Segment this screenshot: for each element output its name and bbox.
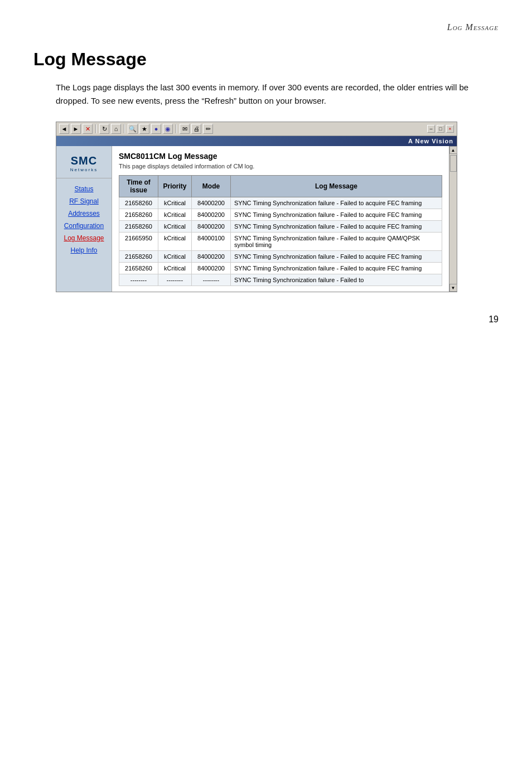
smc-logo-text: SMC xyxy=(61,154,107,167)
sidebar-item-status[interactable]: Status xyxy=(56,183,112,195)
scroll-up-arrow[interactable]: ▲ xyxy=(449,146,457,154)
scrollbar[interactable]: ▲ ▼ xyxy=(449,146,457,292)
cell-time: 21658260 xyxy=(119,221,158,233)
print-button[interactable]: 🖨 xyxy=(191,124,201,134)
table-row: 21665950kCritical84000100SYNC Timing Syn… xyxy=(119,233,442,251)
cell-message: SYNC Timing Synchronization failure - Fa… xyxy=(231,221,442,233)
sidebar-item-configuration[interactable]: Configuration xyxy=(56,220,112,232)
cell-mode: 84000100 xyxy=(192,233,231,251)
main-heading: Log Message xyxy=(33,49,499,70)
cell-priority: -------- xyxy=(158,274,192,286)
cell-time: 21665950 xyxy=(119,233,158,251)
minimize-button[interactable]: – xyxy=(427,125,435,133)
col-header-message: Log Message xyxy=(231,176,442,197)
cell-priority: kCritical xyxy=(158,233,192,251)
cell-priority: kCritical xyxy=(158,251,192,263)
back-button[interactable]: ◄ xyxy=(59,124,69,134)
sidebar-item-log-message[interactable]: Log Message xyxy=(56,232,112,244)
col-header-priority: Priority xyxy=(158,176,192,197)
close-button[interactable]: × xyxy=(446,125,454,133)
table-row: 21658260kCritical84000200SYNC Timing Syn… xyxy=(119,197,442,209)
page-number: 19 xyxy=(33,315,499,325)
toolbar-right: – □ × xyxy=(427,125,454,133)
cell-time: 21658260 xyxy=(119,251,158,263)
header-title: Log Message xyxy=(447,22,499,32)
log-table: Time of issue Priority Mode Log Message … xyxy=(119,175,442,286)
cell-mode: 84000200 xyxy=(192,263,231,274)
table-row: 21658260kCritical84000200SYNC Timing Syn… xyxy=(119,209,442,221)
content-subtitle: This page displays detailed information … xyxy=(119,163,442,170)
scroll-thumb[interactable] xyxy=(450,155,457,172)
cell-mode: 84000200 xyxy=(192,197,231,209)
header-banner: A New Vision xyxy=(56,136,457,146)
history-button[interactable]: ◉ xyxy=(163,124,173,134)
table-row: 21658260kCritical84000200SYNC Timing Syn… xyxy=(119,221,442,233)
media-button[interactable]: ● xyxy=(151,124,161,134)
sidebar-item-rf-signal[interactable]: RF Signal xyxy=(56,195,112,207)
content-title: SMC8011CM Log Message xyxy=(119,152,442,161)
main-content: SMC8011CM Log Message This page displays… xyxy=(112,146,449,292)
cell-time: 21658260 xyxy=(119,197,158,209)
sidebar-item-addresses[interactable]: Addresses xyxy=(56,207,112,220)
home-button[interactable]: ⌂ xyxy=(111,124,121,134)
cell-mode: 84000200 xyxy=(192,251,231,263)
favorites-button[interactable]: ★ xyxy=(139,124,149,134)
sidebar: SMC Networks Status RF Signal Addresses … xyxy=(56,146,112,292)
vision-text: A New Vision xyxy=(408,138,453,144)
edit-button[interactable]: ✏ xyxy=(203,124,213,134)
page-header: Log Message xyxy=(33,22,499,32)
cell-message: SYNC Timing Synchronization failure - Fa… xyxy=(231,274,442,286)
col-header-mode: Mode xyxy=(192,176,231,197)
maximize-button[interactable]: □ xyxy=(437,125,444,133)
cell-mode: 84000200 xyxy=(192,209,231,221)
cell-message: SYNC Timing Synchronization failure - Fa… xyxy=(231,251,442,263)
cell-priority: kCritical xyxy=(158,263,192,274)
toolbar-left: ◄ ► ✕ ↻ ⌂ 🔍 ★ ● ◉ ✉ 🖨 ✏ xyxy=(59,124,213,134)
forward-button[interactable]: ► xyxy=(71,124,81,134)
table-row: ------------------------SYNC Timing Sync… xyxy=(119,274,442,286)
stop-button[interactable]: ✕ xyxy=(83,124,93,134)
cell-priority: kCritical xyxy=(158,209,192,221)
cell-priority: kCritical xyxy=(158,221,192,233)
sidebar-item-help-info[interactable]: Help Info xyxy=(56,244,112,257)
content-area: SMC Networks Status RF Signal Addresses … xyxy=(56,146,457,292)
mail-button[interactable]: ✉ xyxy=(180,124,190,134)
table-row: 21658260kCritical84000200SYNC Timing Syn… xyxy=(119,263,442,274)
scroll-down-arrow[interactable]: ▼ xyxy=(449,284,457,292)
cell-message: SYNC Timing Synchronization failure - Fa… xyxy=(231,233,442,251)
table-row: 21658260kCritical84000200SYNC Timing Syn… xyxy=(119,251,442,263)
refresh-button[interactable]: ↻ xyxy=(99,124,109,134)
cell-message: SYNC Timing Synchronization failure - Fa… xyxy=(231,197,442,209)
smc-logo: SMC Networks xyxy=(56,152,112,178)
browser-toolbar: ◄ ► ✕ ↻ ⌂ 🔍 ★ ● ◉ ✉ 🖨 ✏ – □ × xyxy=(56,122,457,136)
col-header-time: Time of issue xyxy=(119,176,158,197)
toolbar-separator-1 xyxy=(95,124,96,133)
cell-time: 21658260 xyxy=(119,209,158,221)
smc-logo-subtitle: Networks xyxy=(61,167,107,172)
cell-message: SYNC Timing Synchronization failure - Fa… xyxy=(231,209,442,221)
description-text: The Logs page displays the last 300 even… xyxy=(56,81,499,108)
toolbar-separator-2 xyxy=(124,124,125,133)
cell-mode: -------- xyxy=(192,274,231,286)
browser-window: ◄ ► ✕ ↻ ⌂ 🔍 ★ ● ◉ ✉ 🖨 ✏ – □ × A New Visi… xyxy=(56,122,457,292)
cell-mode: 84000200 xyxy=(192,221,231,233)
cell-priority: kCritical xyxy=(158,197,192,209)
cell-time: 21658260 xyxy=(119,263,158,274)
cell-time: -------- xyxy=(119,274,158,286)
search-button[interactable]: 🔍 xyxy=(128,124,138,134)
toolbar-separator-3 xyxy=(176,124,177,133)
cell-message: SYNC Timing Synchronization failure - Fa… xyxy=(231,263,442,274)
